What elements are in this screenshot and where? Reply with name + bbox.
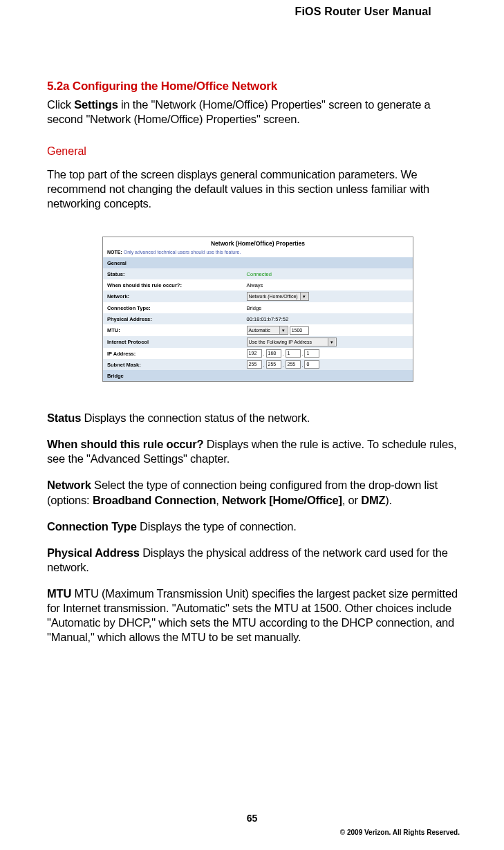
ip-octet-4[interactable]: 1 xyxy=(304,349,319,358)
subnet-group: 255. 255. 255. 0 xyxy=(247,360,320,369)
when-label: When should this rule occur?: xyxy=(103,279,243,290)
section-general: General xyxy=(103,257,413,268)
opt-dmz: DMZ xyxy=(361,494,385,506)
figure-note: NOTE: Only advanced technical users shou… xyxy=(103,248,413,257)
ip-octet-2[interactable]: 168 xyxy=(266,349,281,358)
network-select[interactable]: Network (Home/Office) xyxy=(247,292,309,301)
definitions: Status Displays the connection status of… xyxy=(47,411,469,645)
section-heading: 5.2a Configuring the Home/Office Network xyxy=(47,80,469,93)
network-label: Network: xyxy=(103,290,243,302)
properties-screenshot: Network (Home/Office) Properties NOTE: O… xyxy=(102,237,413,382)
status-value: Connected xyxy=(243,268,413,279)
mtu-input[interactable]: 1500 xyxy=(290,326,309,335)
def-when: When should this rule occur? Displays wh… xyxy=(47,437,469,466)
sm-octet-3[interactable]: 255 xyxy=(286,360,301,369)
ip-octet-1[interactable]: 192 xyxy=(247,349,262,358)
general-paragraph: The top part of the screen displays gene… xyxy=(47,167,469,210)
ip-proto-select[interactable]: Use the Following IP Address xyxy=(247,338,337,347)
conn-type-label: Connection Type: xyxy=(103,302,243,313)
def-text: Displays the connection status of the ne… xyxy=(81,412,310,424)
def-network: Network Select the type of connection be… xyxy=(47,478,469,507)
general-subheading: General xyxy=(47,145,469,158)
page-content: 5.2a Configuring the Home/Office Network… xyxy=(47,80,469,656)
def-term: Physical Address xyxy=(47,546,140,559)
ip-addr-label: IP Address: xyxy=(103,348,243,359)
def-text: MTU (Maximum Transmission Unit) specifie… xyxy=(47,587,458,643)
def-term: Status xyxy=(47,412,81,424)
settings-bold: Settings xyxy=(74,98,118,111)
phys-addr-label: Physical Address: xyxy=(103,313,243,324)
def-term: When should this rule occur? xyxy=(47,438,203,450)
subnet-label: Subnet Mask: xyxy=(103,359,243,370)
figure-title: Network (Home/Office) Properties xyxy=(103,237,413,248)
sm-octet-4[interactable]: 0 xyxy=(304,360,319,369)
status-label: Status: xyxy=(103,268,243,279)
ip-proto-label: Internet Protocol xyxy=(103,336,243,348)
def-conn-type: Connection Type Displays the type of con… xyxy=(47,519,469,534)
properties-table: General Status: Connected When should th… xyxy=(103,257,413,381)
def-term: Network xyxy=(47,479,91,491)
ip-octet-3[interactable]: 1 xyxy=(286,349,301,358)
note-text: Only advanced technical users should use… xyxy=(124,250,241,255)
def-text: Displays the type of connection. xyxy=(137,520,297,533)
mtu-select[interactable]: Automatic xyxy=(247,326,288,335)
note-label: NOTE: xyxy=(107,250,122,255)
page-number: 65 xyxy=(0,813,504,824)
def-phys-addr: Physical Address Displays the physical a… xyxy=(47,546,469,575)
conn-type-value: Bridge xyxy=(243,302,413,313)
opt-network-home: Network [Home/Office] xyxy=(222,494,342,506)
sm-octet-2[interactable]: 255 xyxy=(266,360,281,369)
manual-header: FiOS Router User Manual xyxy=(295,6,431,18)
def-term: Connection Type xyxy=(47,520,137,533)
def-status: Status Displays the connection status of… xyxy=(47,411,469,425)
figure-container: Network (Home/Office) Properties NOTE: O… xyxy=(47,237,469,382)
section-bridge: Bridge xyxy=(103,370,413,381)
def-mtu: MTU MTU (Maximum Transmission Unit) spec… xyxy=(47,586,469,645)
mtu-label: MTU: xyxy=(103,324,243,336)
sm-octet-1[interactable]: 255 xyxy=(247,360,262,369)
text: Click xyxy=(47,98,74,111)
def-term: MTU xyxy=(47,587,71,600)
ip-address-group: 192. 168. 1. 1 xyxy=(247,349,320,358)
copyright-text: © 2009 Verizon. All Rights Reserved. xyxy=(340,829,460,836)
phys-addr-value: 00:18:01:b7:57:52 xyxy=(243,313,413,324)
intro-paragraph: Click Settings in the "Network (Home/Off… xyxy=(47,98,469,126)
opt-broadband: Broadband Connection xyxy=(93,494,216,506)
when-value: Always xyxy=(243,279,413,290)
